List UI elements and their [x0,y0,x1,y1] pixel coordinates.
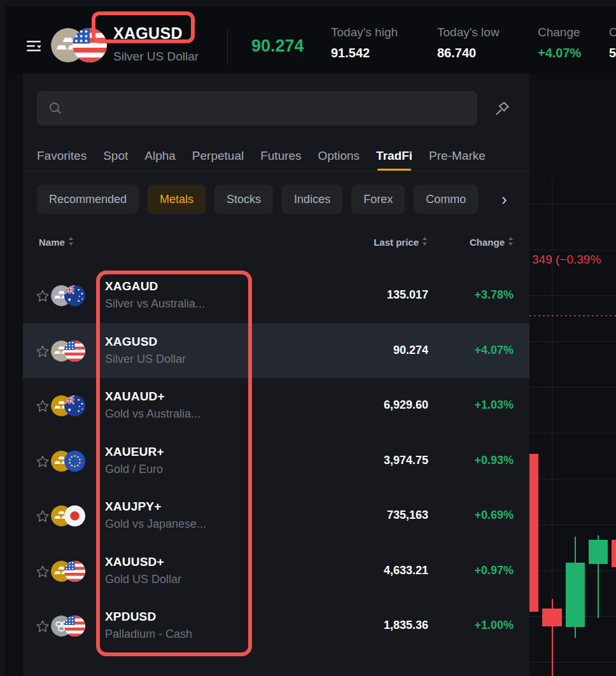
tab-perpetual[interactable]: Perpetual [192,145,244,171]
row-change: +1.03% [474,398,514,412]
candle-body [589,540,608,564]
pair-symbol: XAGUSD [113,24,183,43]
header-last-price: 90.274 [251,36,304,56]
chart-gridline [529,250,616,250]
pair-coin-icons [51,505,87,527]
row-change: +3.78% [474,288,514,302]
au-flag-icon [64,285,85,306]
row-last-price: 3,974.75 [384,454,428,467]
pair-names: XAUAUD+ Gold vs Australia... [105,390,200,421]
category-chips: RecommendedMetalsStocksIndicesForexCommo [37,185,529,214]
table-row[interactable]: XAGUSD Silver US Dollar 90.274 +4.07% [23,323,529,379]
search-icon [48,101,62,115]
favorite-star-icon[interactable] [36,619,50,633]
pair-coin-icons [51,451,87,472]
favorite-star-icon[interactable] [36,344,50,358]
row-change: +0.97% [474,564,514,577]
table-header: Name Last price Change [23,237,529,255]
window-top-strip [0,0,616,6]
row-symbol: XAUEUR+ [105,445,164,459]
favorite-star-icon[interactable] [36,509,50,523]
favorite-star-icon[interactable] [36,454,50,468]
market-tabs: FavoritesSpotAlphaPerpetualFuturesOption… [37,145,529,171]
pair-names: XAUEUR+ Gold / Euro [105,445,164,476]
pin-icon[interactable] [493,98,513,118]
search-box[interactable] [37,91,477,125]
pair-names: XAGAUD Silver vs Australia... [105,279,205,311]
pair-coin-icons [51,395,87,417]
chart-gridline [529,662,616,663]
us-flag-icon [64,616,85,637]
table-row[interactable]: XAUUSD+ Gold US Dollar 4,633.21 +0.97% [23,544,529,599]
favorite-star-icon[interactable] [36,399,50,413]
chips-scroll-chevron-icon[interactable]: › [501,185,507,214]
row-last-price: 735,163 [387,509,428,522]
chip-indices[interactable]: Indices [282,185,342,214]
table-row[interactable]: XAUJPY+ Gold vs Japanese... 735,163 +0.6… [23,488,529,544]
header-divider [227,29,228,65]
chip-commo[interactable]: Commo [414,185,478,214]
eu-flag-icon [64,451,85,472]
pair-coin-icons [51,616,87,637]
row-symbol: XAUJPY+ [105,500,206,514]
instrument-list-menu-icon[interactable] [24,36,45,56]
table-row[interactable]: XPDUSD Palladium - Cash 1,835.36 +1.00% [23,598,529,654]
sort-icon [68,237,74,248]
search-input[interactable] [70,91,467,127]
row-description: Gold vs Japanese... [105,518,206,531]
row-symbol: XAUAUD+ [105,390,200,404]
table-row[interactable]: XAUEUR+ Gold / Euro 3,974.75 +0.93% [23,433,529,489]
stat-value: 91.542 [331,46,398,60]
tab-alpha[interactable]: Alpha [144,145,176,171]
column-name[interactable]: Name [39,237,74,248]
row-change: +4.07% [474,344,514,357]
tab-favorites[interactable]: Favorites [37,145,87,171]
row-description: Palladium - Cash [105,628,192,641]
us-flag-icon [64,561,85,582]
row-last-price: 135.017 [387,288,428,302]
stat-value: 86.740 [437,46,500,60]
header-stat: C5 [609,25,616,60]
header-stat: Today's high91.542 [331,25,398,60]
pair-names: XAUUSD+ Gold US Dollar [105,555,181,586]
au-flag-icon [64,395,85,416]
pair-coin-icons [51,28,107,64]
row-description: Silver vs Australia... [105,297,205,311]
column-change[interactable]: Change [470,237,514,248]
row-last-price: 90.274 [393,344,428,357]
chip-metals[interactable]: Metals [148,185,206,214]
row-description: Gold US Dollar [105,573,181,586]
chip-forex[interactable]: Forex [351,185,405,214]
table-row[interactable]: XAUAUD+ Gold vs Australia... 6,929.60 +1… [23,378,529,433]
stat-value: +4.07% [538,46,581,60]
tab-options[interactable]: Options [318,145,360,171]
row-symbol: XAGAUD [105,279,205,293]
row-description: Gold vs Australia... [105,407,200,421]
candle-body [528,454,538,612]
us-flag-icon [73,28,107,62]
us-flag-icon [64,341,85,362]
tab-futures[interactable]: Futures [260,145,301,171]
chip-stocks[interactable]: Stocks [214,185,273,214]
tab-pre-marke[interactable]: Pre-Marke [429,145,486,171]
table-row[interactable]: XAGAUD Silver vs Australia... 135.017 +3… [23,268,529,323]
chart-gridline [529,295,616,296]
pair-coin-icons [51,561,87,582]
chart-gridline [529,204,616,204]
sort-icon [422,237,428,248]
pair-names: XAUJPY+ Gold vs Japanese... [105,500,206,531]
row-change: +0.93% [474,454,514,467]
row-symbol: XAUUSD+ [105,555,181,569]
favorite-star-icon[interactable] [36,565,50,579]
tab-tradfi[interactable]: TradFi [376,145,412,171]
chart-gridline [529,525,616,525]
column-last-price[interactable]: Last price [374,237,428,248]
pair-coin-icons [51,285,87,307]
window-left-strip [0,0,5,676]
chip-recommended[interactable]: Recommended [37,185,139,214]
row-symbol: XAGUSD [105,335,186,349]
favorite-star-icon[interactable] [36,289,50,303]
row-symbol: XPDUSD [105,610,192,624]
tab-spot[interactable]: Spot [103,145,128,171]
instrument-header: XAGUSD Silver US Dollar 90.274 Today's h… [0,6,616,73]
